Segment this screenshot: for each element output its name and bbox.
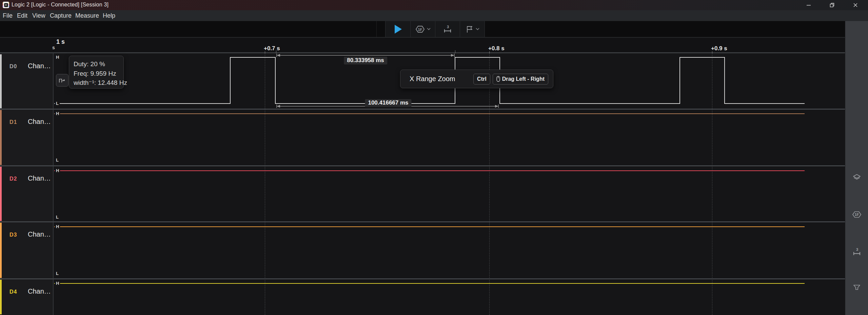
pulse-undo-icon	[59, 77, 66, 84]
duty-value: Duty: 20 %	[74, 59, 119, 69]
analyzers-display-button[interactable]: 1F	[410, 21, 435, 37]
ctrl-keycap: Ctrl	[473, 74, 490, 85]
sidebar-analyzer-1f-icon[interactable]: 1F	[852, 210, 862, 219]
low-level-marker: L	[55, 100, 60, 106]
timeline-measure-tick	[276, 50, 276, 53]
measurement-value-badge[interactable]: 100.416667 ms	[365, 99, 411, 107]
channel-color-strip	[0, 167, 2, 221]
row-divider	[0, 109, 845, 110]
channel-id-d4[interactable]: D4	[9, 289, 17, 295]
high-level-marker: H	[55, 54, 60, 60]
svg-text:1F: 1F	[855, 212, 859, 217]
close-icon	[853, 2, 858, 8]
measurement-value-badge[interactable]: 80.333958 ms	[344, 57, 387, 64]
menu-help[interactable]: Help	[103, 10, 115, 21]
channel-id-d3[interactable]: D3	[9, 232, 17, 238]
low-level-marker: L	[55, 271, 60, 276]
minimize-button[interactable]	[801, 0, 816, 10]
channel-name-d3[interactable]: Chan…	[28, 230, 51, 238]
titlebar: Logic 2 [Logic - Connected] [Session 3]	[0, 0, 868, 10]
chevron-down-icon	[476, 28, 479, 30]
minimize-icon	[806, 2, 811, 8]
measure-ruler-icon: 3	[442, 24, 453, 34]
restore-button[interactable]	[824, 0, 840, 10]
channel-id-d0[interactable]: D0	[9, 63, 17, 70]
close-button[interactable]	[848, 0, 863, 10]
pulse-measure-button[interactable]	[56, 74, 68, 87]
waveform-canvas	[0, 53, 845, 315]
channel-name-d2[interactable]: Chan…	[28, 174, 51, 182]
measurements-button[interactable]: 3	[435, 21, 460, 37]
timeline-measure-tick	[455, 50, 455, 53]
high-level-marker: H	[55, 111, 60, 116]
inverse-width-value: width⁻¹: 12.448 Hz	[74, 78, 119, 88]
timeline-partial-label: s	[52, 45, 55, 50]
waveform-area[interactable]: D0Chan…HLD1Chan…HLD2Chan…HLD3Chan…HLD4Ch…	[0, 53, 845, 315]
xrange-zoom-tooltip: X Range Zoom Ctrl Drag Left - Right	[400, 70, 553, 88]
svg-text:3: 3	[856, 247, 858, 252]
measurement-tooltip: Duty: 20 % Freq: 9.959 Hz width⁻¹: 12.44…	[69, 56, 124, 89]
high-level-marker: H	[55, 280, 60, 286]
annotations-button[interactable]	[460, 21, 485, 37]
chevron-down-icon	[427, 28, 431, 30]
freq-value: Freq: 9.959 Hz	[74, 69, 119, 78]
timeline-tick-label: +0.9 s	[711, 45, 727, 52]
xrange-zoom-title: X Range Zoom	[410, 75, 455, 83]
sidebar-measurements-icon[interactable]: 3	[852, 247, 862, 257]
menu-capture[interactable]: Capture	[50, 10, 72, 21]
toolbar: 1F 3	[0, 21, 845, 38]
channel-color-strip	[0, 110, 2, 165]
timeline-tick-label: +0.8 s	[488, 45, 505, 52]
right-sidebar: 1F3	[845, 21, 868, 315]
logic2-window: Logic 2 [Logic - Connected] [Session 3] …	[0, 0, 868, 315]
channel-color-strip	[0, 54, 2, 108]
menu-measure[interactable]: Measure	[75, 10, 99, 21]
mouse-icon	[496, 76, 500, 82]
channel-name-d1[interactable]: Chan…	[28, 118, 51, 126]
row-divider	[0, 221, 845, 222]
timeline-origin-label: 1 s	[56, 38, 65, 45]
high-level-marker: H	[55, 168, 60, 173]
toolbar-group: 1F 3	[385, 21, 485, 37]
channel-name-d4[interactable]: Chan…	[28, 288, 51, 295]
restore-icon	[829, 2, 835, 8]
channel-id-d1[interactable]: D1	[9, 119, 17, 125]
svg-text:1F: 1F	[418, 27, 422, 31]
svg-text:3: 3	[447, 25, 449, 29]
flag-icon	[465, 24, 474, 34]
app-logo-icon	[3, 2, 9, 8]
low-level-marker: L	[55, 157, 60, 163]
window-title: Logic 2 [Logic - Connected] [Session 3]	[12, 2, 108, 8]
drag-keycap: Drag Left - Right	[493, 74, 548, 85]
timeline[interactable]: 1 s s +0.7 s+0.8 s+0.9 s	[0, 38, 845, 53]
menu-edit[interactable]: Edit	[17, 10, 27, 21]
start-capture-button[interactable]	[386, 21, 410, 37]
sidebar-filter-funnel-icon[interactable]	[852, 283, 862, 292]
menu-view[interactable]: View	[32, 10, 45, 21]
channel-id-d2[interactable]: D2	[9, 176, 17, 182]
sidebar-layers-icon[interactable]	[852, 173, 862, 182]
play-icon	[394, 24, 402, 34]
hexagon-1f-icon: 1F	[415, 24, 425, 34]
row-divider	[0, 278, 845, 279]
timeline-tick-label: +0.7 s	[264, 45, 280, 52]
channel-color-strip	[0, 280, 2, 314]
row-divider	[0, 165, 845, 166]
high-level-marker: H	[55, 224, 60, 229]
menubar: FileEditViewCaptureMeasureHelp	[0, 10, 868, 21]
channel-name-d0[interactable]: Chan…	[28, 62, 51, 70]
toolbar-divider	[376, 21, 377, 37]
menu-file[interactable]: File	[3, 10, 13, 21]
low-level-marker: L	[55, 214, 60, 220]
channel-color-strip	[0, 223, 2, 278]
